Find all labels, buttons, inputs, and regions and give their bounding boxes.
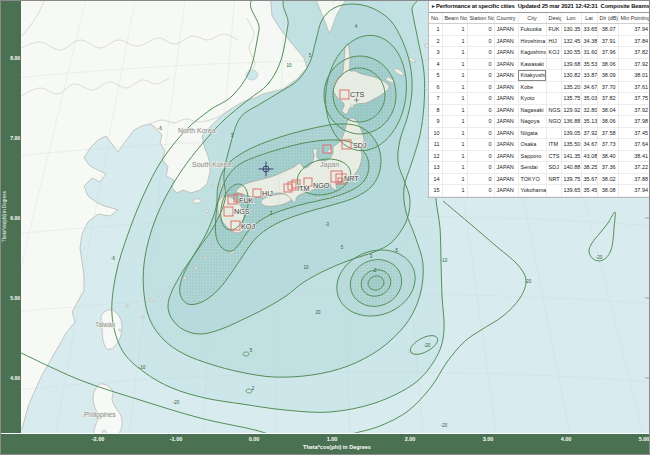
svg-text:South Korea: South Korea xyxy=(192,161,231,168)
svg-text:NRT: NRT xyxy=(344,174,359,183)
svg-text:-10: -10 xyxy=(441,258,448,263)
svg-text:-20: -20 xyxy=(424,343,431,348)
svg-text:-20: -20 xyxy=(173,400,180,405)
svg-text:NGO: NGO xyxy=(313,181,330,190)
svg-text:KOJ: KOJ xyxy=(241,222,255,231)
svg-text:-20: -20 xyxy=(441,423,448,428)
svg-text:North Korea: North Korea xyxy=(178,127,216,134)
svg-text:NGS: NGS xyxy=(234,207,250,216)
svg-text:Japan: Japan xyxy=(320,161,339,169)
svg-text:FUK: FUK xyxy=(239,196,254,205)
svg-text:ITM: ITM xyxy=(297,184,309,193)
svg-text:10: 10 xyxy=(286,63,292,68)
svg-text:-20: -20 xyxy=(525,279,532,284)
svg-text:10: 10 xyxy=(303,265,309,270)
svg-text:-5: -5 xyxy=(394,248,398,253)
svg-text:-10: -10 xyxy=(139,365,146,370)
svg-text:-3: -3 xyxy=(325,222,329,227)
svg-text:Taiwan: Taiwan xyxy=(95,321,116,328)
svg-text:-20: -20 xyxy=(596,255,603,260)
svg-text:-6: -6 xyxy=(111,256,115,261)
svg-text:20: 20 xyxy=(315,310,321,315)
svg-text:Philippines: Philippines xyxy=(84,411,116,419)
svg-text:SDJ: SDJ xyxy=(353,141,367,150)
svg-text:HIJ: HIJ xyxy=(262,189,273,198)
svg-text:CTS: CTS xyxy=(350,90,365,99)
svg-text:-6: -6 xyxy=(158,126,162,131)
